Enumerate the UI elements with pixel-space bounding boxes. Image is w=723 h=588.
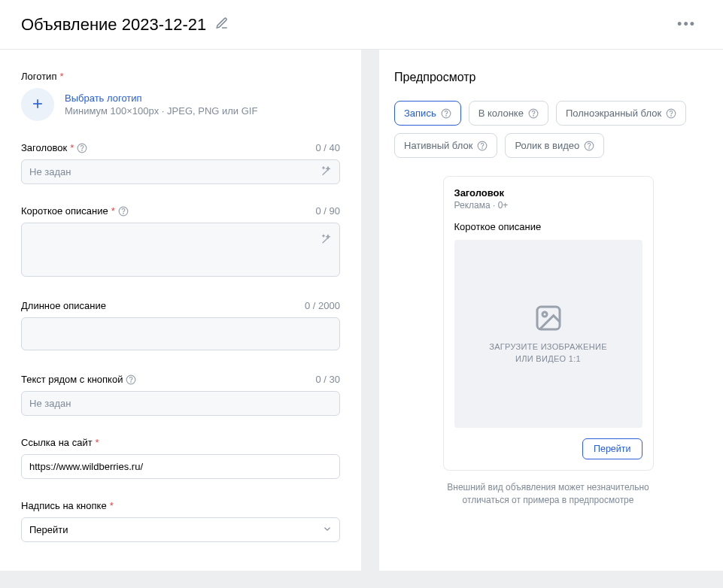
long-desc-counter: 0 / 2000 <box>305 300 340 311</box>
edit-title-button[interactable] <box>212 14 232 35</box>
svg-point-3 <box>82 150 83 150</box>
svg-point-15 <box>482 147 483 148</box>
chip-label: Ролик в видео <box>515 140 579 151</box>
preview-card-desc: Короткое описание <box>454 221 642 232</box>
preview-panel: Предпросмотр Запись В колонке Полноэкран… <box>379 50 723 571</box>
chip-label: Запись <box>404 108 436 119</box>
chip-label: В колонке <box>478 108 524 119</box>
heading-field: Заголовок * 0 / 40 <box>21 142 340 184</box>
page-header: Объявление 2023-12-21 ••• <box>0 0 723 50</box>
help-icon[interactable] <box>126 374 136 385</box>
required-marker: * <box>59 71 63 82</box>
help-icon <box>441 108 451 119</box>
svg-point-5 <box>123 213 124 214</box>
long-desc-input[interactable] <box>21 317 340 350</box>
long-desc-field: Длинное описание 0 / 2000 <box>21 300 340 353</box>
heading-counter: 0 / 40 <box>315 142 340 153</box>
preview-note: Внешний вид объявления может незначитель… <box>394 481 702 507</box>
button-text-counter: 0 / 30 <box>315 374 340 385</box>
required-marker: * <box>110 500 114 511</box>
help-icon <box>477 141 488 151</box>
chip-fullscreen[interactable]: Полноэкранный блок <box>556 101 686 126</box>
help-icon <box>666 108 676 119</box>
chip-column[interactable]: В колонке <box>469 101 548 126</box>
help-icon[interactable] <box>77 143 87 153</box>
magic-wand-icon <box>320 165 333 179</box>
magic-wand-button[interactable] <box>317 162 336 182</box>
preview-title: Предпросмотр <box>394 71 702 84</box>
svg-point-9 <box>445 115 446 116</box>
form-panel: Логотип * Выбрать логотип Минимум 100×10… <box>0 50 361 571</box>
page-title: Объявление 2023-12-21 <box>21 15 206 35</box>
plus-icon <box>30 96 45 114</box>
more-actions-button[interactable]: ••• <box>671 14 702 35</box>
magic-wand-icon <box>320 233 333 247</box>
svg-point-17 <box>589 147 590 148</box>
short-desc-counter: 0 / 90 <box>315 205 340 217</box>
short-desc-field: Короткое описание * 0 / 90 <box>21 205 340 279</box>
pencil-icon <box>215 17 229 32</box>
preview-card: Заголовок Реклама · 0+ Короткое описание… <box>443 176 654 471</box>
button-label-field: Надпись на кнопке * Перейти <box>21 500 340 542</box>
button-label-select[interactable]: Перейти <box>21 517 340 542</box>
heading-label: Заголовок <box>21 142 67 153</box>
required-marker: * <box>111 205 115 217</box>
choose-logo-link[interactable]: Выбрать логотип <box>65 92 257 104</box>
preview-chips: Запись В колонке Полноэкранный блок Нати… <box>394 101 702 158</box>
button-label-label: Надпись на кнопке <box>21 500 107 511</box>
preview-cta-button[interactable]: Перейти <box>582 438 642 459</box>
logo-label: Логотип <box>21 71 56 82</box>
add-logo-button[interactable] <box>21 88 54 121</box>
short-desc-label: Короткое описание <box>21 205 108 217</box>
logo-hint: Минимум 100×100px · JPEG, PNG или GIF <box>65 105 257 117</box>
help-icon <box>584 141 594 151</box>
help-icon[interactable] <box>118 206 129 217</box>
image-icon <box>533 303 564 335</box>
preview-card-title: Заголовок <box>454 187 642 199</box>
svg-point-11 <box>533 115 534 116</box>
chip-native[interactable]: Нативный блок <box>394 133 497 158</box>
short-desc-input[interactable] <box>21 223 340 277</box>
more-horizontal-icon: ••• <box>677 17 696 32</box>
chip-label: Нативный блок <box>404 140 472 151</box>
chip-label: Полноэкранный блок <box>566 108 661 119</box>
site-link-field: Ссылка на сайт * <box>21 437 340 479</box>
svg-point-19 <box>542 312 547 317</box>
site-link-label: Ссылка на сайт <box>21 437 93 448</box>
svg-point-13 <box>671 115 672 116</box>
preview-note-line1: Внешний вид объявления может незначитель… <box>394 481 702 494</box>
required-marker: * <box>96 437 99 448</box>
preview-media-line1: ЗАГРУЗИТЕ ИЗОБРАЖЕНИЕ <box>489 341 607 353</box>
logo-field: Логотип * Выбрать логотип Минимум 100×10… <box>21 71 340 121</box>
help-icon <box>528 108 539 119</box>
preview-media-line2: ИЛИ ВИДЕО 1:1 <box>489 353 607 365</box>
chip-post[interactable]: Запись <box>394 101 461 126</box>
heading-input[interactable] <box>21 159 340 184</box>
preview-note-line2: отличаться от примера в предпросмотре <box>394 494 702 507</box>
preview-card-media: ЗАГРУЗИТЕ ИЗОБРАЖЕНИЕ ИЛИ ВИДЕО 1:1 <box>454 240 642 428</box>
preview-card-sub: Реклама · 0+ <box>454 200 642 211</box>
site-link-input[interactable] <box>21 454 340 479</box>
svg-point-7 <box>131 381 132 382</box>
button-text-field: Текст рядом с кнопкой 0 / 30 <box>21 374 340 416</box>
long-desc-label: Длинное описание <box>21 300 106 311</box>
required-marker: * <box>70 142 74 153</box>
magic-wand-button[interactable] <box>317 230 336 250</box>
button-text-input[interactable] <box>21 391 340 416</box>
chip-video-roll[interactable]: Ролик в видео <box>505 133 604 158</box>
button-text-label: Текст рядом с кнопкой <box>21 374 123 385</box>
